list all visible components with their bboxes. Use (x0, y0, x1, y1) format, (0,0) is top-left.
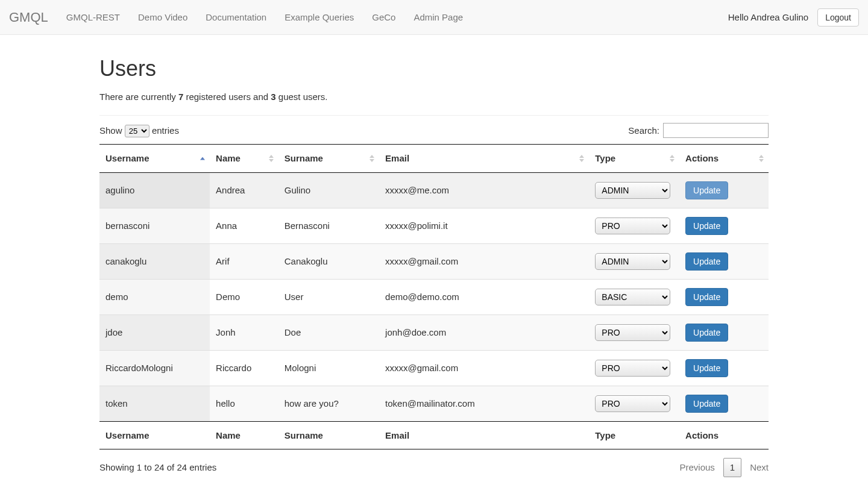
cell-type: ADMINPROBASIC (589, 208, 679, 243)
update-button[interactable]: Update (685, 288, 728, 306)
cell-email: xxxxx@gmail.com (379, 243, 589, 279)
cell-type: ADMINPROBASIC (589, 350, 679, 386)
cell-surname: Bernasconi (278, 208, 379, 243)
sort-icon (670, 154, 675, 163)
search-label: Search: (628, 124, 659, 137)
type-select[interactable]: ADMINPROBASIC (595, 182, 670, 199)
type-select[interactable]: ADMINPROBASIC (595, 253, 670, 270)
cell-username: RiccardoMologni (99, 350, 210, 386)
page-number[interactable]: 1 (723, 458, 741, 477)
search-input[interactable] (663, 123, 769, 138)
length-control: Show 25 entries (99, 124, 179, 137)
table-info: Showing 1 to 24 of 24 entries (99, 461, 216, 474)
col-header-type[interactable]: Type (589, 145, 679, 172)
cell-username: demo (99, 279, 210, 315)
cell-name: hello (210, 386, 278, 421)
type-select[interactable]: ADMINPROBASIC (595, 289, 670, 305)
cell-type: ADMINPROBASIC (589, 315, 679, 350)
nav-link-example-queries[interactable]: Example Queries (275, 2, 363, 33)
col-footer-username: Username (99, 421, 210, 449)
cell-email: xxxxx@polimi.it (379, 208, 589, 243)
cell-surname: Canakoglu (278, 243, 379, 279)
update-button[interactable]: Update (685, 252, 728, 271)
cell-type: ADMINPROBASIC (589, 279, 679, 315)
cell-username: token (99, 386, 210, 421)
cell-email: xxxxx@gmail.com (379, 350, 589, 386)
cell-surname: Mologni (278, 350, 379, 386)
cell-actions: Update (679, 350, 769, 386)
col-header-email[interactable]: Email (379, 145, 589, 172)
type-select[interactable]: ADMINPROBASIC (595, 360, 670, 377)
users-table: UsernameNameSurnameEmailTypeActions agul… (99, 144, 769, 449)
cell-name: Arif (210, 243, 278, 279)
table-row: RiccardoMologniRiccardoMolognixxxxx@gmai… (99, 350, 769, 386)
cell-email: xxxxx@me.com (379, 172, 589, 208)
nav-links: GMQL-RESTDemo VideoDocumentationExample … (57, 2, 472, 33)
col-footer-type: Type (589, 421, 679, 449)
divider (99, 115, 769, 116)
table-foot-row: UsernameNameSurnameEmailTypeActions (99, 421, 769, 449)
sort-icon (370, 154, 374, 163)
prev-page[interactable]: Previous (679, 461, 714, 474)
cell-name: Demo (210, 279, 278, 315)
cell-name: Jonh (210, 315, 278, 350)
type-select[interactable]: ADMINPROBASIC (595, 218, 670, 234)
navbar: GMQL GMQL-RESTDemo VideoDocumentationExa… (0, 0, 868, 35)
table-head-row: UsernameNameSurnameEmailTypeActions (99, 145, 769, 172)
type-select[interactable]: ADMINPROBASIC (595, 324, 670, 341)
cell-type: ADMINPROBASIC (589, 172, 679, 208)
sort-icon (579, 154, 584, 163)
col-header-surname[interactable]: Surname (278, 145, 379, 172)
sort-icon (759, 154, 764, 163)
col-footer-surname: Surname (278, 421, 379, 449)
cell-actions: Update (679, 386, 769, 421)
col-header-name[interactable]: Name (210, 145, 278, 172)
cell-name: Andrea (210, 172, 278, 208)
logout-button[interactable]: Logout (817, 8, 859, 27)
cell-type: ADMINPROBASIC (589, 386, 679, 421)
length-select[interactable]: 25 (125, 125, 149, 137)
nav-link-admin-page[interactable]: Admin Page (404, 2, 472, 33)
cell-actions: Update (679, 315, 769, 350)
cell-surname: User (278, 279, 379, 315)
type-select[interactable]: ADMINPROBASIC (595, 395, 670, 412)
update-button[interactable]: Update (685, 359, 728, 377)
table-row: bernasconiAnnaBernasconixxxxx@polimi.itA… (99, 208, 769, 243)
nav-link-documentation[interactable]: Documentation (197, 2, 275, 33)
update-button[interactable]: Update (685, 181, 728, 199)
nav-link-demo-video[interactable]: Demo Video (129, 2, 197, 33)
cell-username: canakoglu (99, 243, 210, 279)
page-title: Users (99, 53, 769, 84)
cell-username: bernasconi (99, 208, 210, 243)
sort-icon (200, 156, 205, 160)
update-button[interactable]: Update (685, 395, 728, 413)
cell-actions: Update (679, 279, 769, 315)
col-footer-name: Name (210, 421, 278, 449)
cell-surname: how are you? (278, 386, 379, 421)
greeting-text: Hello Andrea Gulino (728, 11, 808, 23)
sort-icon (269, 154, 274, 163)
table-row: demoDemoUserdemo@demo.comADMINPROBASICUp… (99, 279, 769, 315)
table-row: canakogluArifCanakogluxxxxx@gmail.comADM… (99, 243, 769, 279)
cell-email: demo@demo.com (379, 279, 589, 315)
cell-actions: Update (679, 208, 769, 243)
nav-link-gmql-rest[interactable]: GMQL-REST (57, 2, 129, 33)
brand-link[interactable]: GMQL (9, 0, 57, 34)
page-subtitle: There are currently 7 registered users a… (99, 90, 769, 103)
table-row: jdoeJonhDoejonh@doe.comADMINPROBASICUpda… (99, 315, 769, 350)
update-button[interactable]: Update (685, 324, 728, 342)
col-header-username[interactable]: Username (99, 145, 210, 172)
cell-surname: Doe (278, 315, 379, 350)
col-header-actions[interactable]: Actions (679, 145, 769, 172)
cell-name: Anna (210, 208, 278, 243)
update-button[interactable]: Update (685, 217, 728, 235)
nav-link-geco[interactable]: GeCo (363, 2, 404, 33)
cell-username: jdoe (99, 315, 210, 350)
table-row: tokenhellohow are you?token@mailinator.c… (99, 386, 769, 421)
cell-surname: Gulino (278, 172, 379, 208)
col-footer-email: Email (379, 421, 589, 449)
cell-name: Riccardo (210, 350, 278, 386)
next-page[interactable]: Next (750, 461, 769, 474)
cell-actions: Update (679, 172, 769, 208)
cell-email: token@mailinator.com (379, 386, 589, 421)
